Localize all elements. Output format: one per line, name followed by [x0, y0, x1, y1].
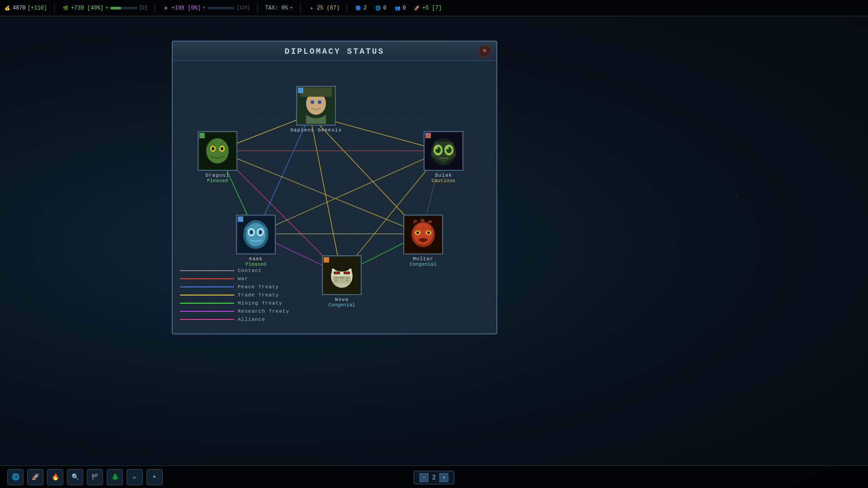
faction-sulak[interactable]: Sulak Cautious [424, 131, 463, 183]
hud-sep-3 [257, 4, 258, 13]
svg-point-18 [318, 100, 321, 104]
draguul-face [199, 133, 236, 169]
toolbar-pen[interactable]: ✏ [127, 469, 143, 485]
legend-mining: Mining Treaty [180, 300, 289, 306]
diplomacy-network: Sapiens Genesis Draguul Pleased [173, 61, 496, 330]
peace-label: Peace Treaty [238, 284, 279, 290]
modal-title-bar: Diplomacy Status × [173, 42, 496, 61]
toolbar-ship[interactable]: 🚀 [27, 469, 43, 485]
draguul-flag [199, 133, 205, 138]
faction-nova[interactable]: Nova Congenial [322, 255, 362, 308]
svg-point-53 [427, 231, 430, 234]
sulak-status: Cautious [432, 178, 456, 183]
contact-label: Contact [238, 268, 262, 273]
svg-rect-64 [346, 277, 349, 278]
nova-face [324, 257, 360, 293]
sapiens-face [298, 88, 334, 124]
credits-icon: 💰 [4, 5, 11, 12]
toolbar-search[interactable]: 🔍 [67, 469, 83, 485]
sulak-face [425, 133, 462, 169]
sulak-name: Sulak [435, 173, 452, 178]
svg-rect-63 [340, 277, 344, 278]
draguul-name: Draguul [205, 173, 229, 178]
nova-portrait-frame [322, 255, 362, 295]
moltar-status: Congenial [410, 262, 436, 267]
nova-flag [324, 257, 329, 263]
faction-sapiens[interactable]: Sapiens Genesis [290, 86, 342, 133]
faction-kaek[interactable]: Kaek Pleased [236, 215, 276, 267]
svg-point-21 [206, 138, 229, 164]
toolbar-arrow[interactable]: ➤ [146, 469, 163, 485]
faction-draguul[interactable]: Draguul Pleased [198, 131, 237, 183]
page-next-button[interactable]: + [439, 473, 448, 482]
legend-trade: Trade Treaty [180, 292, 289, 298]
svg-point-24 [212, 147, 214, 150]
kaek-portrait-frame [236, 215, 276, 254]
kaek-flag [238, 216, 243, 222]
hud-sep-1 [54, 4, 55, 13]
sapiens-flag [298, 88, 303, 93]
moltar-name: Moltar [413, 256, 434, 262]
war-label: War [238, 276, 248, 282]
hud-production: ⚙ +198 [0%] + [129] [162, 5, 250, 12]
hud-fighters: ✈ 25 (67) [308, 5, 340, 12]
add-icon[interactable]: + [105, 5, 108, 11]
legend-contact: Contact [180, 268, 289, 273]
hud-pop: 👥 0 [394, 5, 406, 12]
research-line [180, 311, 234, 312]
toolbar-globe[interactable]: 🌐 [7, 469, 24, 485]
svg-point-42 [250, 230, 253, 235]
hud-ships: 🚀 +5 [7] [413, 5, 442, 12]
svg-point-17 [311, 100, 314, 104]
svg-rect-59 [335, 272, 339, 274]
draguul-status: Pleased [207, 178, 228, 183]
hud-food: 🌿 +739 [40%] + [2] [62, 5, 147, 12]
toolbar-flag[interactable]: 🏴 [87, 469, 103, 485]
tax-add-icon[interactable]: + [290, 5, 293, 11]
moltar-face [405, 216, 441, 253]
svg-rect-60 [344, 272, 349, 274]
food-icon: 🌿 [62, 5, 69, 12]
page-number: 2 [432, 474, 436, 481]
trade-label: Trade Treaty [238, 292, 279, 298]
ships-icon: 🚀 [413, 5, 420, 12]
sulak-portrait-frame [424, 131, 463, 171]
page-prev-button[interactable]: − [420, 473, 429, 482]
legend: Contact War Peace Treaty Trade Treaty Mi… [173, 263, 297, 330]
moltar-portrait-frame [403, 215, 443, 254]
sapiens-portrait-frame [296, 86, 336, 126]
hud-sep-5 [347, 4, 347, 13]
fighter-icon: ✈ [308, 5, 315, 12]
svg-point-35 [435, 147, 438, 149]
svg-point-43 [259, 230, 262, 235]
colonies-icon: 🔵 [354, 5, 362, 12]
svg-point-52 [416, 231, 419, 234]
draguul-portrait-frame [198, 131, 237, 171]
sapiens-name: Sapiens Genesis [290, 127, 342, 133]
svg-rect-62 [335, 277, 338, 278]
prod-add-icon[interactable]: + [203, 5, 206, 11]
pop-icon: 👥 [394, 5, 401, 12]
war-line [180, 278, 234, 279]
hud-planets: 🌐 0 [374, 5, 387, 12]
research-label: Research Treaty [238, 309, 289, 314]
kaek-name: Kaek [249, 256, 263, 262]
peace-line [180, 286, 234, 287]
close-button[interactable]: × [478, 45, 491, 57]
svg-rect-65 [335, 280, 338, 281]
svg-point-49 [422, 226, 425, 229]
toolbar-fire[interactable]: 🔥 [47, 469, 63, 485]
svg-rect-19 [300, 88, 332, 97]
alliance-label: Alliance [238, 317, 265, 322]
hud-credits: 💰 4870 [+110] [4, 5, 47, 12]
faction-moltar[interactable]: Moltar Congenial [403, 215, 443, 267]
legend-research: Research Treaty [180, 309, 289, 314]
modal-title: Diplomacy Status [285, 47, 385, 56]
toolbar-tree[interactable]: 🌲 [107, 469, 123, 485]
legend-peace: Peace Treaty [180, 284, 289, 290]
kaek-face [238, 216, 274, 253]
production-icon: ⚙ [162, 5, 170, 12]
hud-sep-4 [300, 4, 301, 13]
mining-line [180, 303, 234, 304]
svg-point-36 [446, 147, 449, 149]
